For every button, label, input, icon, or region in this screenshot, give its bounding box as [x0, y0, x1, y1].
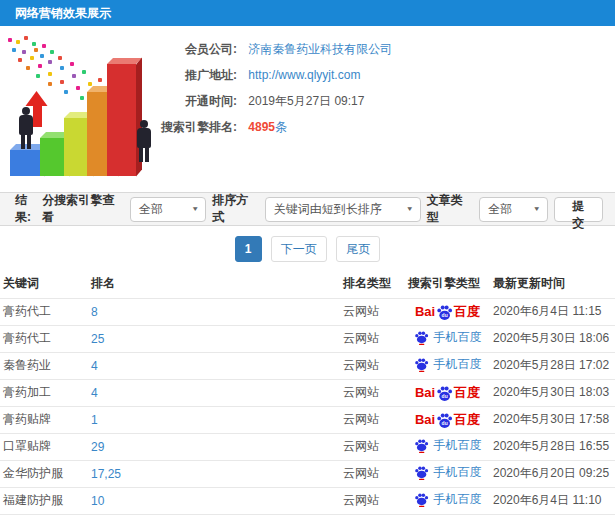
submit-button[interactable]: 提交: [554, 197, 603, 222]
updated-cell: 2020年6月20日 09:25: [490, 460, 615, 487]
updated-cell: 2020年5月30日 18:06: [490, 325, 615, 352]
table-row: 膏药贴牌 1 云网站 Baidu百度 2020年5月30日 17:58: [0, 406, 615, 433]
open-time-value: 2019年5月27日 09:17: [248, 94, 364, 108]
rank-link[interactable]: 4: [91, 386, 98, 400]
keyword-cell: 秦鲁药业: [0, 352, 88, 379]
pagination: 1 下一页 尾页: [0, 226, 615, 270]
article-type-select[interactable]: 全部 ▼: [479, 197, 547, 222]
rank-type-cell: 云网站: [340, 487, 405, 514]
table-row: 福建防护服 10 云网站 手机百度 2020年6月4日 11:10: [0, 487, 615, 514]
sort-label: 排序方式: [212, 192, 259, 226]
rank-unit: 条: [275, 120, 287, 134]
table-row: 膏药代工 25 云网站 手机百度 2020年5月30日 18:06: [0, 325, 615, 352]
filter-bar: 结果: 分搜索引擎查看 全部 ▼ 排序方式 关键词由短到长排序 ▼ 文章类型 全…: [0, 192, 615, 226]
rank-count: 4895: [248, 120, 275, 134]
svg-text:du: du: [442, 313, 448, 318]
baidu-logo: Baidu百度: [415, 385, 480, 400]
table-row: 膏药加工 4 云网站 Baidu百度 2020年5月30日 18:03: [0, 379, 615, 406]
engine-rank-value: 4895条: [248, 120, 287, 134]
engine-rank-label: 搜索引擎排名:: [0, 114, 237, 140]
keyword-cell: 膏药加工: [0, 379, 88, 406]
mobile-baidu-text: 手机百度: [434, 356, 482, 373]
keyword-cell: 膏药代工: [0, 325, 88, 352]
baidu-cn-text: 百度: [454, 305, 480, 319]
table-row: 金华防护服 17,25 云网站 手机百度 2020年6月20日 09:25: [0, 460, 615, 487]
rank-type-cell: 云网站: [340, 325, 405, 352]
baidu-bai-text: Bai: [415, 386, 435, 400]
keyword-cell: 福建防护服: [0, 487, 88, 514]
keyword-ranking-table: 关键词 排名 排名类型 搜索引擎类型 最新更新时间 膏药代工 8 云网站 Bai…: [0, 270, 615, 520]
updated-cell: 2020年5月30日 17:58: [490, 406, 615, 433]
keyword-cell: 膏药贴牌: [0, 406, 88, 433]
rank-type-cell: 云网站: [340, 379, 405, 406]
baidu-logo: Baidu百度: [415, 304, 480, 319]
engine-rank-row: 搜索引擎排名: 4895条: [0, 114, 615, 140]
promo-url-link[interactable]: http://www.qlyyjt.com: [248, 68, 360, 82]
sort-select[interactable]: 关键词由短到长排序 ▼: [265, 197, 421, 222]
baidu-bai-text: Bai: [415, 413, 435, 427]
table-row: 口罩贴牌 29 云网站 手机百度 2020年5月28日 16:55: [0, 433, 615, 460]
keyword-cell: [0, 514, 88, 520]
mobile-baidu-text: 手机百度: [434, 329, 482, 346]
chevron-down-icon: ▼: [406, 205, 414, 212]
chevron-down-icon: ▼: [533, 205, 541, 212]
rank-type-cell: 云网站: [340, 406, 405, 433]
updated-cell: 2020年6月4日 11:10: [490, 487, 615, 514]
page: 网络营销效果展示 会员公司: 济南秦鲁药业科技有限公司 推广地址: http:/…: [0, 0, 615, 520]
promo-url-row: 推广地址: http://www.qlyyjt.com: [0, 62, 615, 88]
page-1-button[interactable]: 1: [235, 236, 262, 262]
mobile-baidu-paw-icon: [414, 438, 429, 453]
engine-filter-select[interactable]: 全部 ▼: [130, 197, 206, 222]
baidu-paw-icon: du: [436, 412, 453, 429]
engine-filter-value: 全部: [139, 201, 163, 218]
mobile-baidu-paw-icon: [414, 330, 429, 345]
rank-type-cell: 云网站: [340, 298, 405, 325]
mobile-baidu-text: 手机百度: [434, 491, 482, 508]
updated-cell: 2020年5月28日 16:55: [490, 433, 615, 460]
svg-text:du: du: [442, 394, 448, 399]
updated-header: 最新更新时间: [490, 270, 615, 298]
mobile-baidu-logo: 手机百度: [414, 437, 482, 454]
keyword-header: 关键词: [0, 270, 88, 298]
engine-type-header: 搜索引擎类型: [405, 270, 490, 298]
sort-value: 关键词由短到长排序: [274, 201, 382, 218]
mobile-baidu-logo: 手机百度: [414, 491, 482, 508]
rank-link[interactable]: 8: [91, 305, 98, 319]
bar-blue: [10, 150, 44, 176]
rank-link[interactable]: 4: [91, 359, 98, 373]
open-time-label: 开通时间:: [0, 88, 237, 114]
table-header-row: 关键词 排名 排名类型 搜索引擎类型 最新更新时间: [0, 270, 615, 298]
page-title: 网络营销效果展示: [15, 6, 111, 20]
baidu-cn-text: 百度: [454, 413, 480, 427]
member-company-label: 会员公司:: [0, 36, 237, 62]
mobile-baidu-logo: 手机百度: [414, 329, 482, 346]
article-type-label: 文章类型: [427, 192, 474, 226]
table-row: 膏药代工 8 云网站 Baidu百度 2020年6月4日 11:15: [0, 298, 615, 325]
filter-controls: 分搜索引擎查看 全部 ▼ 排序方式 关键词由短到长排序 ▼ 文章类型 全部 ▼ …: [42, 192, 603, 226]
updated-cell: 2020年5月28日 17:02: [490, 352, 615, 379]
baidu-paw-icon: du: [436, 385, 453, 402]
updated-cell: 2020年6月4日 11:15: [490, 298, 615, 325]
promo-url-label: 推广地址:: [0, 62, 237, 88]
keyword-cell: 膏药代工: [0, 298, 88, 325]
updated-cell: 2020年5月30日 18:03: [490, 379, 615, 406]
mobile-baidu-paw-icon: [414, 492, 429, 507]
rank-link[interactable]: 1: [91, 413, 98, 427]
baidu-bai-text: Bai: [415, 305, 435, 319]
rank-link[interactable]: 25: [91, 332, 104, 346]
mobile-baidu-paw-icon: [414, 465, 429, 480]
result-label: 结果:: [15, 192, 42, 226]
baidu-logo: Baidu百度: [415, 412, 480, 427]
rank-link[interactable]: 17,25: [91, 467, 121, 481]
member-company-row: 会员公司: 济南秦鲁药业科技有限公司: [0, 36, 615, 62]
rank-type-cell: 云网站: [340, 352, 405, 379]
rank-header: 排名: [88, 270, 340, 298]
member-company-link[interactable]: 济南秦鲁药业科技有限公司: [248, 42, 392, 56]
last-page-button[interactable]: 尾页: [336, 236, 380, 262]
open-time-row: 开通时间: 2019年5月27日 09:17: [0, 88, 615, 114]
article-type-value: 全部: [488, 201, 512, 218]
next-page-button[interactable]: 下一页: [271, 236, 327, 262]
rank-link[interactable]: 29: [91, 440, 104, 454]
keyword-cell: 口罩贴牌: [0, 433, 88, 460]
rank-link[interactable]: 10: [91, 494, 104, 508]
